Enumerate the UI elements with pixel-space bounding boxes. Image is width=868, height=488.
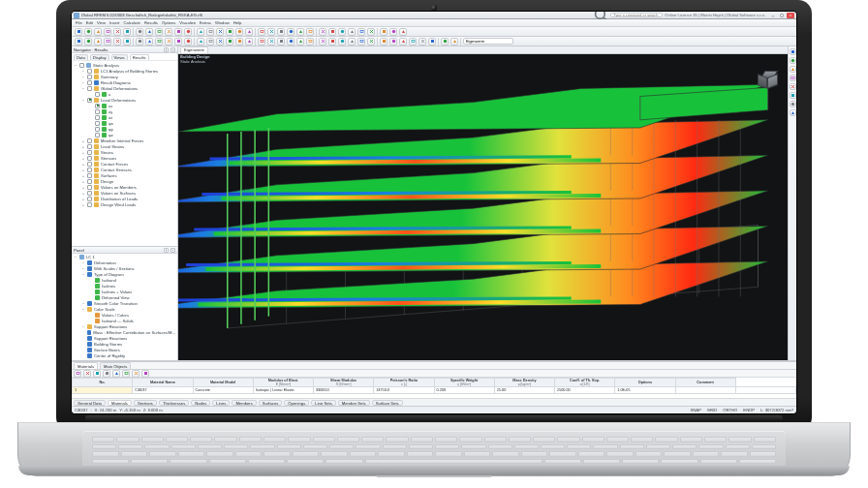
disclosure-icon[interactable]: + [81, 197, 85, 201]
checkbox[interactable] [87, 80, 92, 85]
tool-undo[interactable] [113, 28, 121, 36]
tool-screenshot[interactable] [380, 28, 388, 36]
tree-item[interactable]: Mass : Effective Contribution on Surface… [72, 329, 177, 335]
tool-mirror[interactable] [113, 38, 121, 46]
checkbox[interactable] [87, 173, 92, 178]
panel-close-icon[interactable] [170, 248, 175, 253]
disclosure-icon[interactable]: + [81, 191, 85, 196]
checkbox[interactable] [87, 98, 92, 103]
checkbox[interactable] [79, 63, 84, 68]
disclosure-icon[interactable]: + [81, 168, 85, 172]
col-poisson-s-ratio[interactable]: Poisson's Ratioν [-] [374, 379, 434, 387]
subtab-members[interactable]: Members [232, 400, 256, 406]
table-wrap[interactable]: No.Material NameMaterial ModelModulus of… [72, 378, 796, 398]
tool-node[interactable] [216, 38, 224, 46]
tool-sections[interactable] [418, 38, 426, 46]
table-tool-copy[interactable] [103, 370, 110, 378]
col-shear-modulus[interactable]: Shear ModulusG [N/mm²] [314, 379, 374, 387]
tool-fillet[interactable] [197, 38, 204, 46]
tool-temperature[interactable] [367, 38, 375, 46]
tool-mass[interactable] [389, 38, 397, 46]
menu-view[interactable]: View [97, 20, 106, 25]
nav-tab-results[interactable]: Results [130, 54, 149, 60]
tool-extend[interactable] [184, 38, 192, 46]
status-pill-l-3072-3072-mm-[interactable]: L: 3072/3072 mm³ [760, 408, 793, 412]
checkbox[interactable] [87, 138, 92, 143]
tool-load-cases[interactable] [267, 28, 275, 36]
checkbox[interactable] [87, 197, 92, 201]
disclosure-icon[interactable]: − [81, 301, 85, 306]
tool-line[interactable] [226, 38, 233, 46]
tree-item[interactable]: Center of Rigidity [72, 352, 177, 358]
checkbox[interactable] [87, 179, 92, 184]
checkbox[interactable] [87, 202, 92, 207]
col-material-model[interactable]: Material Model [193, 379, 253, 387]
view-tool-rotate[interactable] [790, 66, 796, 73]
tool-clip[interactable] [357, 28, 365, 36]
disclosure-icon[interactable]: + [81, 150, 85, 155]
tool-layer[interactable] [338, 28, 346, 36]
col-mass-density[interactable]: Mass Densityρ [kg/m³] [494, 379, 554, 387]
subtab-line-sets[interactable]: Line Sets [311, 400, 335, 406]
table-tool-filter[interactable] [122, 370, 130, 378]
disclosure-icon[interactable]: + [81, 162, 85, 167]
tool-merge[interactable] [155, 38, 163, 46]
tool-circle[interactable] [245, 38, 253, 46]
col-no-[interactable]: No. [73, 379, 133, 387]
view-tool-layers[interactable] [790, 83, 796, 90]
tree-item[interactable]: +Design Wind Loads [72, 201, 177, 207]
3d-viewport[interactable] [178, 63, 788, 360]
tool-help[interactable] [399, 28, 407, 36]
disclosure-icon[interactable]: − [81, 324, 85, 329]
subtab-surface-sets[interactable]: Surface Sets [372, 400, 403, 406]
tool-copy[interactable] [145, 28, 153, 36]
subtab-materials[interactable]: Materials [108, 400, 132, 406]
menu-help[interactable]: Help [233, 20, 242, 25]
col-comment[interactable]: Comment [675, 379, 735, 387]
tool-imperfection[interactable] [380, 38, 388, 46]
tool-design[interactable] [258, 28, 265, 36]
tool-select[interactable] [296, 28, 304, 36]
tool-paste[interactable] [155, 28, 163, 36]
tool-arc[interactable] [235, 38, 243, 46]
menu-results[interactable]: Results [144, 20, 158, 25]
viewcube[interactable] [759, 69, 782, 92]
checkbox[interactable] [87, 69, 92, 74]
disclosure-icon[interactable]: + [81, 179, 85, 184]
table-tool-columns[interactable] [132, 370, 140, 378]
table-tool-edit[interactable] [83, 370, 91, 378]
tool-scale[interactable] [123, 38, 131, 46]
status-pill-snap[interactable]: SNAP [690, 408, 700, 412]
table-row[interactable]: 1C30/37ConcreteIsotropic | Linear Elasti… [73, 387, 796, 394]
bottom-tab-materials[interactable]: Materials [74, 362, 98, 369]
menu-visualize[interactable]: Visualize [179, 20, 196, 25]
tool-array[interactable] [136, 38, 143, 46]
disclosure-icon[interactable]: + [81, 202, 85, 207]
table-tool-new[interactable] [74, 370, 81, 378]
status-pill-grid[interactable]: GRID [707, 408, 717, 412]
checkbox[interactable] [87, 168, 92, 172]
tool-isolines[interactable] [409, 38, 417, 46]
checkbox[interactable] [87, 150, 92, 155]
checkbox[interactable] [87, 185, 92, 190]
checkbox[interactable] [95, 127, 100, 132]
panel-pin-icon[interactable] [164, 248, 169, 253]
view-tool-iso[interactable] [790, 109, 796, 116]
tool-display[interactable] [206, 28, 214, 36]
tool-named-views[interactable] [226, 28, 233, 36]
maximize-button[interactable] [778, 13, 786, 18]
tool-hinge[interactable] [328, 38, 336, 46]
disclosure-icon[interactable]: − [81, 98, 85, 103]
disclosure-icon[interactable]: − [81, 75, 85, 79]
disclosure-icon[interactable]: − [74, 63, 78, 68]
disclosure-icon[interactable]: − [81, 260, 85, 265]
menu-extras[interactable]: Extras [200, 20, 211, 25]
tool-grid[interactable] [328, 28, 336, 36]
loadcase-combo[interactable] [463, 38, 513, 45]
tool-results-view[interactable] [399, 38, 407, 46]
disclosure-icon[interactable]: − [81, 266, 85, 271]
view-tool-clip[interactable] [790, 75, 796, 81]
checkbox[interactable] [95, 92, 100, 97]
checkbox[interactable] [87, 156, 92, 161]
tool-opening[interactable] [267, 38, 275, 46]
